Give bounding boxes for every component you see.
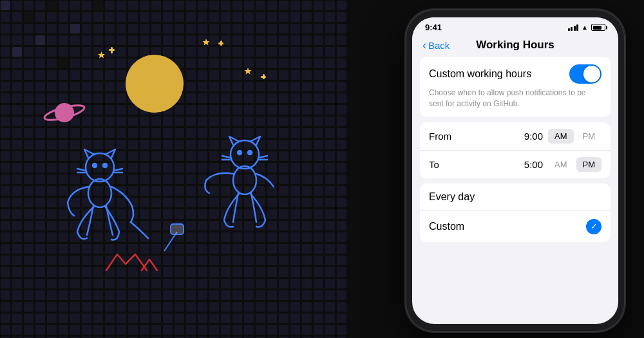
battery-fill bbox=[593, 26, 602, 30]
toggle-description: Choose when to allow push notifications … bbox=[429, 88, 601, 109]
phone-mockup: 9:41 ▲ ‹ Bac bbox=[406, 10, 625, 332]
svg-rect-18 bbox=[261, 76, 266, 78]
back-chevron-icon: ‹ bbox=[422, 39, 426, 51]
signal-bar-1 bbox=[568, 28, 570, 31]
svg-point-31 bbox=[248, 151, 252, 155]
phone-frame: 9:41 ▲ ‹ Bac bbox=[406, 10, 625, 332]
svg-rect-16 bbox=[218, 42, 223, 44]
custom-checkmark: ✓ bbox=[586, 219, 601, 234]
svg-point-20 bbox=[55, 103, 74, 122]
svg-rect-14 bbox=[109, 49, 115, 51]
every-day-row[interactable]: Every day bbox=[420, 183, 611, 211]
to-row: To 5:00 AM PM bbox=[420, 151, 611, 178]
svg-rect-38 bbox=[171, 224, 184, 234]
to-ampm: AM PM bbox=[548, 157, 601, 172]
time-section: From 9:00 AM PM To 5:00 bbox=[420, 122, 611, 178]
to-label: To bbox=[429, 159, 455, 170]
from-ampm: AM PM bbox=[548, 129, 601, 144]
back-button[interactable]: ‹ Back bbox=[422, 39, 450, 51]
from-controls: 9:00 AM PM bbox=[515, 129, 601, 144]
svg-point-29 bbox=[231, 140, 259, 169]
from-label: From bbox=[429, 131, 455, 142]
status-time: 9:41 bbox=[425, 23, 442, 32]
signal-bar-4 bbox=[576, 24, 578, 31]
status-bar: 9:41 ▲ bbox=[412, 17, 618, 35]
phone-screen: 9:41 ▲ ‹ Bac bbox=[412, 17, 618, 324]
back-label: Back bbox=[428, 40, 450, 51]
signal-bar-3 bbox=[574, 26, 576, 31]
to-pm-button[interactable]: PM bbox=[576, 157, 602, 172]
to-controls: 5:00 AM PM bbox=[515, 157, 601, 172]
schedule-section: Every day Custom ✓ bbox=[420, 183, 611, 242]
custom-row[interactable]: Custom ✓ bbox=[420, 211, 611, 242]
toggle-label: Custom working hours bbox=[429, 68, 531, 80]
svg-marker-10 bbox=[98, 52, 105, 59]
toggle-switch[interactable] bbox=[569, 64, 601, 84]
screen-content: Custom working hours Choose when to allo… bbox=[412, 57, 618, 242]
svg-point-36 bbox=[233, 166, 256, 194]
svg-point-23 bbox=[103, 164, 107, 167]
custom-label: Custom bbox=[429, 221, 464, 232]
from-pm-button[interactable]: PM bbox=[576, 129, 602, 144]
svg-point-28 bbox=[88, 179, 111, 207]
svg-line-24 bbox=[77, 169, 86, 171]
svg-line-26 bbox=[114, 169, 122, 171]
from-value: 9:00 bbox=[515, 131, 543, 142]
svg-line-34 bbox=[259, 156, 267, 158]
svg-marker-12 bbox=[245, 68, 252, 75]
to-value: 5:00 bbox=[515, 159, 543, 170]
from-row: From 9:00 AM PM bbox=[420, 122, 611, 151]
svg-line-32 bbox=[222, 156, 231, 158]
signal-bars-icon bbox=[568, 24, 579, 31]
battery-icon bbox=[591, 24, 605, 31]
illustration bbox=[0, 0, 341, 338]
svg-marker-11 bbox=[203, 39, 210, 46]
toggle-row: Custom working hours bbox=[429, 64, 601, 84]
from-am-button[interactable]: AM bbox=[548, 129, 574, 144]
every-day-label: Every day bbox=[429, 191, 475, 203]
svg-point-30 bbox=[238, 151, 242, 155]
toggle-section: Custom working hours Choose when to allo… bbox=[420, 57, 611, 117]
nav-bar: ‹ Back Working Hours bbox=[412, 35, 618, 57]
signal-bar-2 bbox=[571, 27, 573, 31]
toggle-knob bbox=[583, 66, 600, 82]
nav-title: Working Hours bbox=[476, 39, 554, 52]
status-icons: ▲ bbox=[568, 24, 605, 31]
checkmark-icon: ✓ bbox=[591, 221, 598, 231]
svg-point-22 bbox=[93, 164, 97, 167]
to-am-button[interactable]: AM bbox=[548, 157, 574, 172]
wifi-icon: ▲ bbox=[582, 24, 588, 31]
svg-point-21 bbox=[86, 153, 114, 182]
